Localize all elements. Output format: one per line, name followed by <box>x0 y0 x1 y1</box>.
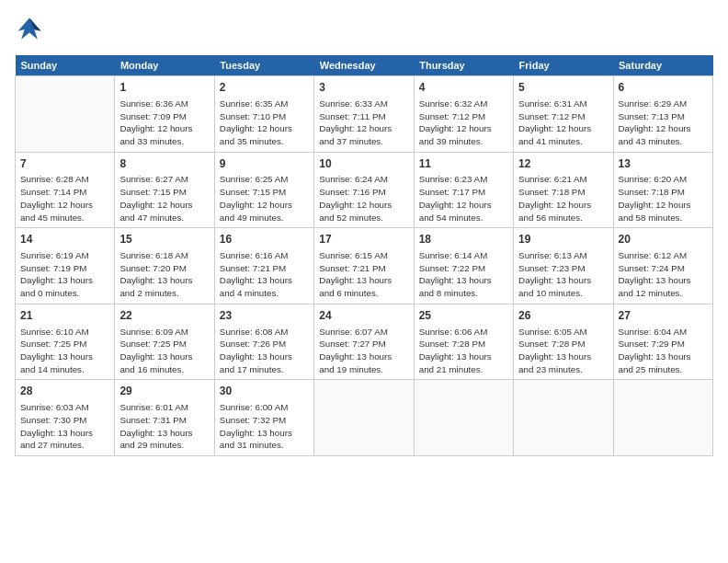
weekday-header-saturday: Saturday <box>613 55 712 76</box>
calendar-cell <box>16 76 115 153</box>
day-number: 27 <box>619 308 708 324</box>
calendar-cell: 5Sunrise: 6:31 AM Sunset: 7:12 PM Daylig… <box>514 76 613 153</box>
calendar-cell: 23Sunrise: 6:08 AM Sunset: 7:26 PM Dayli… <box>214 304 313 380</box>
day-detail: Sunrise: 6:31 AM Sunset: 7:12 PM Dayligh… <box>518 98 608 148</box>
day-detail: Sunrise: 6:05 AM Sunset: 7:28 PM Dayligh… <box>518 326 608 376</box>
day-detail: Sunrise: 6:16 AM Sunset: 7:21 PM Dayligh… <box>220 249 309 300</box>
calendar-week-row: 14Sunrise: 6:19 AM Sunset: 7:19 PM Dayli… <box>16 228 713 304</box>
calendar-cell: 29Sunrise: 6:01 AM Sunset: 7:31 PM Dayli… <box>115 380 214 456</box>
day-number: 14 <box>20 232 109 247</box>
day-number: 22 <box>119 308 209 324</box>
weekday-header-wednesday: Wednesday <box>314 55 414 76</box>
day-number: 23 <box>220 308 309 324</box>
day-detail: Sunrise: 6:28 AM Sunset: 7:14 PM Dayligh… <box>20 173 109 224</box>
day-number: 19 <box>518 232 608 247</box>
calendar-cell: 21Sunrise: 6:10 AM Sunset: 7:25 PM Dayli… <box>16 304 115 380</box>
calendar-cell <box>613 380 712 456</box>
day-detail: Sunrise: 6:04 AM Sunset: 7:29 PM Dayligh… <box>619 326 708 376</box>
day-detail: Sunrise: 6:20 AM Sunset: 7:18 PM Dayligh… <box>619 173 708 224</box>
day-detail: Sunrise: 6:24 AM Sunset: 7:16 PM Dayligh… <box>319 173 408 224</box>
day-detail: Sunrise: 6:36 AM Sunset: 7:09 PM Dayligh… <box>119 98 209 148</box>
day-number: 21 <box>20 308 109 324</box>
calendar-cell: 28Sunrise: 6:03 AM Sunset: 7:30 PM Dayli… <box>16 380 115 456</box>
calendar-cell: 14Sunrise: 6:19 AM Sunset: 7:19 PM Dayli… <box>16 228 115 304</box>
calendar-week-row: 7Sunrise: 6:28 AM Sunset: 7:14 PM Daylig… <box>16 152 713 228</box>
day-detail: Sunrise: 6:07 AM Sunset: 7:27 PM Dayligh… <box>319 326 408 376</box>
day-number: 15 <box>119 232 209 247</box>
calendar-table: SundayMondayTuesdayWednesdayThursdayFrid… <box>15 55 713 456</box>
day-number: 16 <box>220 232 309 247</box>
day-number: 2 <box>220 80 309 96</box>
day-detail: Sunrise: 6:32 AM Sunset: 7:12 PM Dayligh… <box>419 98 508 148</box>
day-number: 24 <box>319 308 408 324</box>
logo <box>15 15 48 44</box>
day-number: 26 <box>518 308 608 324</box>
calendar-week-row: 28Sunrise: 6:03 AM Sunset: 7:30 PM Dayli… <box>16 380 713 456</box>
calendar-cell: 1Sunrise: 6:36 AM Sunset: 7:09 PM Daylig… <box>115 76 214 153</box>
day-number: 29 <box>119 384 209 399</box>
calendar-week-row: 21Sunrise: 6:10 AM Sunset: 7:25 PM Dayli… <box>16 304 713 380</box>
calendar-cell: 26Sunrise: 6:05 AM Sunset: 7:28 PM Dayli… <box>514 304 613 380</box>
weekday-header-thursday: Thursday <box>414 55 513 76</box>
day-number: 6 <box>619 80 708 96</box>
day-detail: Sunrise: 6:25 AM Sunset: 7:15 PM Dayligh… <box>220 173 309 224</box>
calendar-cell: 10Sunrise: 6:24 AM Sunset: 7:16 PM Dayli… <box>314 152 414 228</box>
calendar-cell: 11Sunrise: 6:23 AM Sunset: 7:17 PM Dayli… <box>414 152 513 228</box>
day-number: 9 <box>220 156 309 172</box>
day-number: 7 <box>20 156 109 172</box>
day-number: 17 <box>319 232 408 247</box>
calendar-cell: 25Sunrise: 6:06 AM Sunset: 7:28 PM Dayli… <box>414 304 513 380</box>
calendar-week-row: 1Sunrise: 6:36 AM Sunset: 7:09 PM Daylig… <box>16 76 713 153</box>
weekday-header-sunday: Sunday <box>16 55 115 76</box>
calendar-cell: 19Sunrise: 6:13 AM Sunset: 7:23 PM Dayli… <box>514 228 613 304</box>
day-number: 1 <box>119 80 209 96</box>
day-number: 5 <box>518 80 608 96</box>
day-number: 10 <box>319 156 408 172</box>
day-detail: Sunrise: 6:12 AM Sunset: 7:24 PM Dayligh… <box>619 249 708 300</box>
day-number: 8 <box>119 156 209 172</box>
calendar-cell: 13Sunrise: 6:20 AM Sunset: 7:18 PM Dayli… <box>613 152 712 228</box>
day-number: 11 <box>419 156 508 172</box>
day-detail: Sunrise: 6:21 AM Sunset: 7:18 PM Dayligh… <box>518 173 608 224</box>
day-number: 3 <box>319 80 408 96</box>
day-number: 12 <box>518 156 608 172</box>
day-detail: Sunrise: 6:18 AM Sunset: 7:20 PM Dayligh… <box>119 249 209 300</box>
calendar-cell: 18Sunrise: 6:14 AM Sunset: 7:22 PM Dayli… <box>414 228 513 304</box>
day-number: 20 <box>619 232 708 247</box>
day-detail: Sunrise: 6:15 AM Sunset: 7:21 PM Dayligh… <box>319 249 408 300</box>
calendar-cell <box>414 380 513 456</box>
day-detail: Sunrise: 6:01 AM Sunset: 7:31 PM Dayligh… <box>119 401 209 452</box>
calendar-cell: 12Sunrise: 6:21 AM Sunset: 7:18 PM Dayli… <box>514 152 613 228</box>
logo-icon <box>15 15 44 44</box>
day-number: 25 <box>419 308 508 324</box>
weekday-header-friday: Friday <box>514 55 613 76</box>
calendar-cell: 2Sunrise: 6:35 AM Sunset: 7:10 PM Daylig… <box>214 76 313 153</box>
day-detail: Sunrise: 6:23 AM Sunset: 7:17 PM Dayligh… <box>419 173 508 224</box>
day-detail: Sunrise: 6:29 AM Sunset: 7:13 PM Dayligh… <box>619 98 708 148</box>
calendar-cell: 7Sunrise: 6:28 AM Sunset: 7:14 PM Daylig… <box>16 152 115 228</box>
weekday-header-tuesday: Tuesday <box>214 55 313 76</box>
day-number: 30 <box>220 384 309 399</box>
calendar-cell: 30Sunrise: 6:00 AM Sunset: 7:32 PM Dayli… <box>214 380 313 456</box>
day-number: 4 <box>419 80 508 96</box>
day-detail: Sunrise: 6:33 AM Sunset: 7:11 PM Dayligh… <box>319 98 408 148</box>
day-number: 28 <box>20 384 109 399</box>
calendar-cell: 27Sunrise: 6:04 AM Sunset: 7:29 PM Dayli… <box>613 304 712 380</box>
calendar-cell: 9Sunrise: 6:25 AM Sunset: 7:15 PM Daylig… <box>214 152 313 228</box>
day-detail: Sunrise: 6:10 AM Sunset: 7:25 PM Dayligh… <box>20 326 109 376</box>
day-detail: Sunrise: 6:13 AM Sunset: 7:23 PM Dayligh… <box>518 249 608 300</box>
day-detail: Sunrise: 6:03 AM Sunset: 7:30 PM Dayligh… <box>20 401 109 452</box>
calendar-cell <box>514 380 613 456</box>
calendar-cell: 16Sunrise: 6:16 AM Sunset: 7:21 PM Dayli… <box>214 228 313 304</box>
calendar-cell <box>314 380 414 456</box>
page-header <box>15 15 713 44</box>
day-detail: Sunrise: 6:14 AM Sunset: 7:22 PM Dayligh… <box>419 249 508 300</box>
calendar-cell: 6Sunrise: 6:29 AM Sunset: 7:13 PM Daylig… <box>613 76 712 153</box>
day-number: 13 <box>619 156 708 172</box>
calendar-cell: 20Sunrise: 6:12 AM Sunset: 7:24 PM Dayli… <box>613 228 712 304</box>
calendar-cell: 24Sunrise: 6:07 AM Sunset: 7:27 PM Dayli… <box>314 304 414 380</box>
calendar-cell: 4Sunrise: 6:32 AM Sunset: 7:12 PM Daylig… <box>414 76 513 153</box>
calendar-cell: 8Sunrise: 6:27 AM Sunset: 7:15 PM Daylig… <box>115 152 214 228</box>
day-detail: Sunrise: 6:09 AM Sunset: 7:25 PM Dayligh… <box>119 326 209 376</box>
day-detail: Sunrise: 6:00 AM Sunset: 7:32 PM Dayligh… <box>220 401 309 452</box>
